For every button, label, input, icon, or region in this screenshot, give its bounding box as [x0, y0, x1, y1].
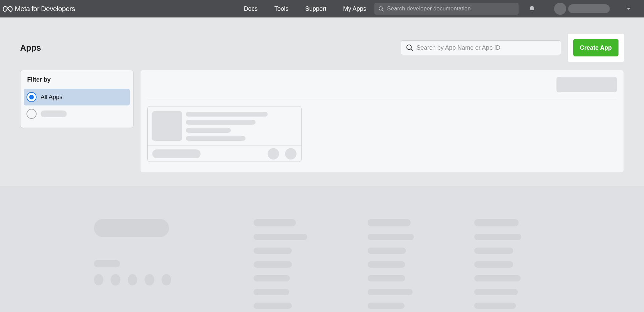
loading-placeholder [474, 248, 513, 254]
filter-card: Filter by All Apps [20, 70, 133, 128]
loading-placeholder [474, 219, 519, 226]
loading-placeholder [94, 260, 120, 267]
loading-placeholder [186, 128, 231, 133]
app-search-box[interactable] [401, 40, 561, 55]
filter-label: All Apps [41, 94, 62, 101]
app-icon-placeholder [152, 111, 182, 141]
notifications-button[interactable] [525, 2, 539, 15]
svg-line-1 [382, 10, 383, 11]
sort-placeholder [556, 77, 617, 92]
meta-logo-icon [3, 5, 13, 12]
create-app-button[interactable]: Create App [573, 39, 619, 56]
loading-placeholder [474, 303, 516, 309]
radio-icon [26, 109, 37, 119]
top-search-input[interactable] [387, 5, 515, 12]
loading-placeholder [186, 112, 268, 117]
loading-placeholder [368, 303, 405, 309]
loading-placeholder [474, 275, 521, 281]
app-card[interactable] [147, 106, 302, 162]
loading-placeholder [162, 274, 171, 285]
loading-placeholder [368, 275, 405, 281]
search-icon [406, 44, 413, 51]
app-lines [186, 111, 268, 141]
loading-placeholder [474, 234, 521, 240]
loading-placeholder [186, 136, 246, 141]
footer-link-column [368, 219, 414, 312]
loading-placeholder [254, 234, 307, 240]
loading-placeholder [368, 234, 414, 240]
loading-placeholder [94, 274, 103, 285]
search-icon [378, 6, 384, 11]
top-search-box[interactable] [374, 3, 519, 15]
loading-placeholder [254, 219, 296, 226]
svg-line-3 [411, 49, 413, 51]
footer-link-column [254, 219, 307, 312]
loading-placeholder [254, 275, 290, 281]
logo[interactable]: Meta for Developers [3, 5, 75, 13]
footer-loading-region [0, 186, 644, 312]
loading-placeholder [94, 219, 169, 237]
page-title: Apps [20, 43, 41, 53]
loading-placeholder [254, 248, 292, 254]
filter-title: Filter by [24, 76, 130, 83]
app-search-input[interactable] [417, 44, 556, 51]
avatar[interactable] [554, 3, 566, 15]
filter-item-loading [24, 105, 130, 122]
footer-link-column [474, 219, 521, 312]
apps-panel [140, 70, 624, 173]
username-placeholder [568, 4, 610, 13]
nav-my-apps[interactable]: My Apps [343, 5, 366, 12]
loading-placeholder [474, 289, 518, 295]
loading-placeholder [368, 248, 406, 254]
loading-placeholder [254, 303, 292, 309]
nav-docs[interactable]: Docs [244, 5, 258, 12]
loading-placeholder [254, 261, 292, 268]
loading-placeholder [268, 148, 279, 160]
filter-item-all-apps[interactable]: All Apps [24, 89, 130, 105]
loading-placeholder [254, 289, 289, 295]
loading-placeholder [145, 274, 154, 285]
apps-panel-top [147, 77, 617, 99]
radio-icon [26, 92, 37, 102]
loading-placeholder [368, 219, 411, 226]
nav-links: Docs Tools Support My Apps [244, 5, 366, 12]
loading-placeholder [128, 274, 137, 285]
loading-placeholder [368, 261, 405, 268]
nav-support[interactable]: Support [305, 5, 326, 12]
account-menu-caret-icon[interactable] [627, 8, 631, 10]
loading-placeholder [152, 149, 201, 158]
header-row: Apps Create App [0, 17, 644, 70]
loading-placeholder [41, 110, 67, 117]
loading-placeholder [111, 274, 120, 285]
app-card-body [148, 106, 301, 145]
create-app-highlight: Create App [568, 34, 624, 62]
logo-text: Meta for Developers [15, 5, 75, 13]
bell-icon [528, 5, 536, 12]
footer-circles [268, 148, 297, 160]
app-card-footer [148, 145, 301, 162]
nav-tools[interactable]: Tools [274, 5, 288, 12]
loading-placeholder [285, 148, 297, 160]
loading-placeholder [368, 289, 413, 295]
topbar: Meta for Developers Docs Tools Support M… [0, 0, 644, 17]
loading-placeholder [186, 120, 256, 125]
loading-placeholder [474, 261, 513, 268]
footer-socials [94, 274, 171, 285]
